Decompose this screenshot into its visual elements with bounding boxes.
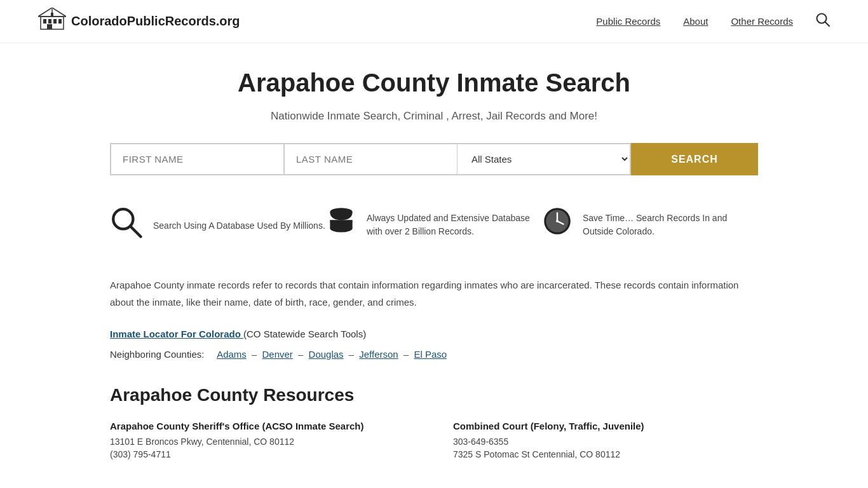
search-form: All StatesAlabamaAlaskaArizonaArkansasCa…: [110, 143, 758, 175]
resource-court-phone: 303-649-6355: [453, 437, 758, 447]
neighboring-label: Neighboring Counties:: [110, 349, 204, 360]
resources-grid: Arapahoe County Sheriff's Office (ACSO I…: [110, 421, 758, 462]
sep-4: –: [403, 349, 409, 360]
svg-line-10: [825, 22, 830, 27]
search-button[interactable]: SEARCH: [631, 143, 758, 175]
last-name-input[interactable]: [284, 143, 458, 175]
svg-rect-4: [58, 19, 62, 24]
inmate-locator-section: Inmate Locator For Colorado (CO Statewid…: [110, 329, 758, 340]
county-separator-1: [210, 349, 212, 360]
site-header: ColoradoPublicRecords.org Public Records…: [0, 0, 868, 43]
search-icon[interactable]: [816, 13, 830, 30]
resource-sheriff-phone: (303) 795-4711: [110, 449, 415, 459]
svg-point-20: [556, 220, 559, 222]
county-denver[interactable]: Denver: [262, 349, 293, 360]
page-subtitle: Nationwide Inmate Search, Criminal , Arr…: [110, 110, 758, 123]
resources-title: Arapahoe County Resources: [110, 385, 758, 405]
logo-area[interactable]: ColoradoPublicRecords.org: [38, 8, 240, 35]
feature-search-text: Search Using A Database Used By Millions…: [153, 219, 325, 233]
state-select[interactable]: All StatesAlabamaAlaskaArizonaArkansasCa…: [458, 143, 631, 175]
sep-2: –: [298, 349, 303, 360]
resource-sheriff: Arapahoe County Sheriff's Office (ACSO I…: [110, 421, 415, 462]
nav-other-records[interactable]: Other Records: [731, 16, 793, 27]
resource-sheriff-name: Arapahoe County Sheriff's Office (ACSO I…: [110, 421, 415, 431]
svg-rect-1: [43, 19, 46, 24]
inmate-locator-link[interactable]: Inmate Locator For Colorado: [110, 329, 243, 339]
sep-1: –: [252, 349, 257, 360]
county-adams[interactable]: Adams: [217, 349, 247, 360]
svg-rect-2: [48, 19, 51, 24]
sep-3: –: [349, 349, 354, 360]
resource-court-address: 7325 S Potomac St Centennial, CO 80112: [453, 449, 758, 459]
logo-text: ColoradoPublicRecords.org: [71, 14, 240, 29]
county-douglas[interactable]: Douglas: [309, 349, 344, 360]
database-icon: [326, 206, 356, 243]
svg-line-12: [130, 226, 140, 236]
description-para1: Arapahoe County inmate records refer to …: [110, 276, 758, 311]
feature-database-text: Always Updated and Extensive Database wi…: [367, 212, 542, 238]
feature-database: Always Updated and Extensive Database wi…: [326, 206, 542, 243]
main-content: Arapahoe County Inmate Search Nationwide…: [72, 43, 796, 487]
features-row: Search Using A Database Used By Millions…: [110, 206, 758, 246]
main-nav: Public Records About Other Records: [596, 13, 830, 30]
svg-rect-3: [53, 19, 57, 24]
clock-icon: [542, 206, 573, 243]
nav-about[interactable]: About: [683, 16, 708, 27]
resource-court-name: Combined Court (Felony, Traffic, Juvenil…: [453, 421, 758, 431]
svg-point-15: [330, 224, 352, 233]
resource-sheriff-address: 13101 E Broncos Pkwy, Centennial, CO 801…: [110, 437, 415, 447]
feature-time: Save Time… Search Records In and Outside…: [542, 206, 758, 243]
neighboring-counties: Neighboring Counties: Adams – Denver – D…: [110, 349, 758, 360]
svg-rect-8: [51, 13, 53, 17]
resource-court: Combined Court (Felony, Traffic, Juvenil…: [453, 421, 758, 462]
building-icon: [38, 8, 66, 35]
first-name-input[interactable]: [110, 143, 284, 175]
feature-search: Search Using A Database Used By Millions…: [110, 206, 326, 246]
county-jefferson[interactable]: Jefferson: [359, 349, 398, 360]
inmate-locator-suffix: (CO Statewide Search Tools): [243, 329, 366, 339]
magnifier-icon: [110, 206, 143, 246]
svg-rect-5: [47, 24, 52, 29]
nav-public-records[interactable]: Public Records: [596, 16, 660, 27]
feature-time-text: Save Time… Search Records In and Outside…: [583, 212, 758, 238]
county-el-paso[interactable]: El Paso: [414, 349, 447, 360]
page-title: Arapahoe County Inmate Search: [110, 69, 758, 97]
